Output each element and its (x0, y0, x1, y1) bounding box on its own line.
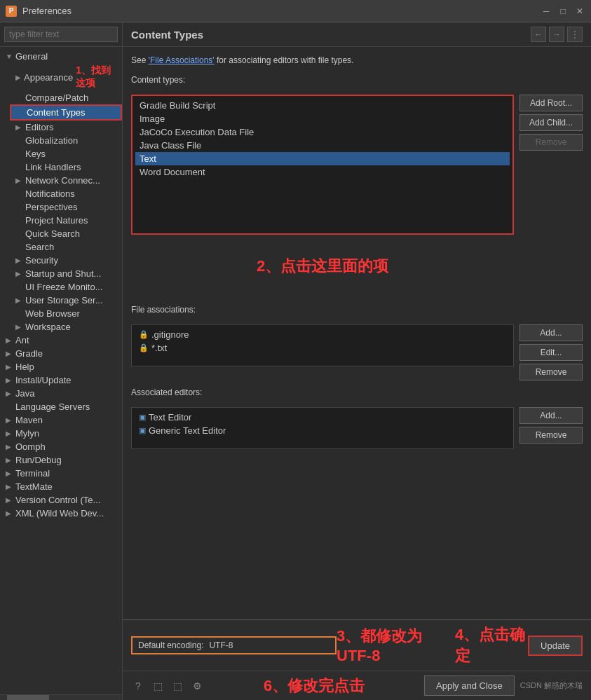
add-button-3[interactable]: Add... (519, 407, 583, 424)
sidebar-item-oomph[interactable]: ▶ Oomph (0, 440, 122, 453)
ct-item-jacoco[interactable]: JaCoCo Execution Data File (135, 125, 510, 139)
sidebar-item-user-storage[interactable]: ▶ User Storage Ser... (10, 294, 122, 307)
content-panel: Content Types ← → ⋮ See 'File Associatio… (123, 22, 591, 700)
app-icon: P (6, 6, 17, 17)
sidebar-item-quick-search[interactable]: ▶ Quick Search (10, 227, 122, 240)
sidebar-item-project-natures[interactable]: ▶ Project Natures (10, 214, 122, 227)
forward-button[interactable]: → (549, 27, 564, 42)
gradle-label: Gradle (15, 348, 43, 359)
term-label: Terminal (15, 468, 50, 479)
startup-label: Startup and Shut... (25, 268, 101, 279)
ct-item-text[interactable]: Text (135, 152, 510, 165)
sidebar-item-compare-patch[interactable]: ▶ Compare/Patch (10, 91, 122, 104)
tm-arrow: ▶ (6, 483, 13, 490)
content-types-label: Content Types (27, 107, 86, 118)
sidebar-item-network[interactable]: ▶ Network Connec... (10, 174, 122, 187)
sidebar-item-link-handlers[interactable]: ▶ Link Handlers (10, 160, 122, 174)
sidebar-item-web-browser[interactable]: ▶ Web Browser (10, 307, 122, 320)
ct-item-java-class[interactable]: Java Class File (135, 139, 510, 152)
info-text: See 'File Associations' for associating … (131, 55, 583, 65)
export-icon[interactable]: ⬚ (151, 679, 165, 693)
sidebar-item-help[interactable]: ▶ Help (0, 360, 122, 373)
apply-close-button[interactable]: Apply and Close (424, 675, 515, 696)
sidebar-item-java[interactable]: ▶ Java (0, 387, 122, 400)
remove-button-1[interactable]: Remove (519, 134, 583, 151)
help-icon[interactable]: ? (131, 679, 145, 693)
maximize-button[interactable]: □ (557, 6, 569, 17)
nav-controls: ← → ⋮ (531, 27, 583, 42)
us-arrow: ▶ (15, 296, 22, 304)
close-button[interactable]: ✕ (574, 6, 585, 17)
sidebar-item-appearance[interactable]: ▶ Appearance 1、找到这项 (10, 63, 122, 91)
rd-label: Run/Debug (15, 455, 62, 465)
import-icon[interactable]: ⬚ (170, 679, 184, 693)
assoc-editors-list-area: ▣ Text Editor ▣ Generic Text Editor (131, 407, 514, 449)
encoding-bar: Default encoding: UTF-8 3、都修改为UTF-8 4、点击… (123, 619, 591, 671)
sidebar-item-maven[interactable]: ▶ Maven (0, 413, 122, 427)
back-button[interactable]: ← (531, 27, 546, 42)
annotation-step2: 2、点击这里面的项 (131, 235, 514, 298)
sidebar-item-workspace[interactable]: ▶ Workspace (10, 320, 122, 334)
sidebar-item-install-update[interactable]: ▶ Install/Update (0, 373, 122, 387)
settings-icon[interactable]: ⚙ (190, 679, 204, 693)
sidebar-item-startup[interactable]: ▶ Startup and Shut... (10, 267, 122, 280)
sidebar-item-ui-freeze[interactable]: ▶ UI Freeze Monito... (10, 280, 122, 294)
ct-item-gradle[interactable]: Gradle Build Script (135, 99, 510, 112)
sidebar-item-general[interactable]: ▼ General (0, 50, 122, 63)
add-child-button[interactable]: Add Child... (519, 114, 583, 131)
sidebar-item-language-servers[interactable]: ▶ Language Servers (0, 400, 122, 413)
add-root-button[interactable]: Add Root... (519, 95, 583, 111)
ae-item-text-editor[interactable]: ▣ Text Editor (135, 411, 510, 424)
ant-label: Ant (15, 335, 29, 345)
sidebar-item-editors[interactable]: ▶ Editors (10, 121, 122, 134)
search-input[interactable] (4, 27, 118, 42)
footer: ? ⬚ ⬚ ⚙ 6、修改完点击 Apply and Close CSDN 解惑的… (123, 671, 591, 700)
update-button[interactable]: Update (528, 636, 583, 656)
sidebar-item-textmate[interactable]: ▶ TextMate (0, 480, 122, 493)
add-button-2[interactable]: Add... (519, 324, 583, 341)
sidebar-item-terminal[interactable]: ▶ Terminal (0, 467, 122, 480)
edit-button[interactable]: Edit... (519, 344, 583, 361)
sidebar-item-ant[interactable]: ▶ Ant (0, 334, 122, 347)
fa-gitignore-label: .gitignore (151, 329, 189, 340)
sidebar-item-search[interactable]: ▶ Search (10, 240, 122, 254)
info-text-prefix: See (131, 55, 149, 65)
generic-text-label: Generic Text Editor (149, 425, 226, 436)
info-text-suffix: for associating editors with file types. (217, 55, 353, 65)
sidebar-item-xml[interactable]: ▶ XML (Wild Web Dev... (0, 507, 122, 520)
vc-label: Version Control (Te... (15, 495, 100, 505)
help-label: Help (15, 362, 34, 372)
ct-item-word[interactable]: Word Document (135, 165, 510, 179)
fa-item-gitignore[interactable]: 🔒 .gitignore (135, 328, 510, 341)
sidebar-tree: ▼ General ▶ Appearance 1、找到这项 ▶ Compare/… (0, 47, 122, 694)
sidebar-item-version-control[interactable]: ▶ Version Control (Te... (0, 493, 122, 507)
remove-button-2[interactable]: Remove (519, 364, 583, 380)
assoc-editors-label: Associated editors: (131, 387, 583, 397)
sidebar-item-content-types[interactable]: ▶ Content Types (10, 104, 122, 121)
sidebar-item-gradle[interactable]: ▶ Gradle (0, 347, 122, 360)
search-label: Search (25, 242, 54, 252)
remove-button-3[interactable]: Remove (519, 427, 583, 444)
menu-button[interactable]: ⋮ (567, 27, 583, 42)
sidebar-item-globalization[interactable]: ▶ Globalization (10, 134, 122, 147)
ws-label: Workspace (25, 322, 71, 332)
gradle-arrow: ▶ (6, 350, 13, 357)
sidebar-item-keys[interactable]: ▶ Keys (10, 147, 122, 160)
sidebar-item-security[interactable]: ▶ Security (10, 254, 122, 267)
sidebar-item-perspectives[interactable]: ▶ Perspectives (10, 200, 122, 214)
editors-label: Editors (25, 122, 53, 132)
ct-item-image[interactable]: Image (135, 112, 510, 125)
sidebar-scrollbar[interactable] (0, 694, 122, 700)
minimize-button[interactable]: ─ (541, 6, 552, 17)
ae-item-generic-text[interactable]: ▣ Generic Text Editor (135, 424, 510, 437)
sidebar-search-area (0, 22, 122, 47)
maven-arrow: ▶ (6, 416, 13, 424)
sidebar-item-mylyn[interactable]: ▶ Mylyn (0, 427, 122, 440)
sidebar-item-notifications[interactable]: ▶ Notifications (10, 187, 122, 200)
content-types-box: Gradle Build Script Image JaCoCo Executi… (131, 95, 514, 235)
oomph-label: Oomph (15, 441, 46, 452)
sidebar-item-run-debug[interactable]: ▶ Run/Debug (0, 453, 122, 467)
fa-item-txt[interactable]: 🔒 *.txt (135, 341, 510, 355)
file-assoc-box: 🔒 .gitignore 🔒 *.txt (131, 324, 514, 366)
file-assoc-link[interactable]: 'File Associations' (149, 55, 215, 65)
